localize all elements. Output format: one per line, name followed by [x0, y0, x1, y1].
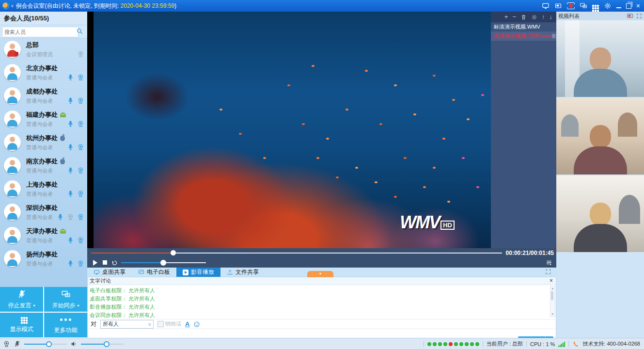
participant-row[interactable]: 杭州办事处 普通与会者 [0, 131, 87, 154]
playlist-add-icon[interactable]: + [504, 14, 508, 20]
player-controls [87, 258, 556, 268]
webcam-icon[interactable] [77, 213, 84, 221]
restore-button[interactable] [626, 3, 631, 9]
progress-handle[interactable] [171, 250, 176, 255]
playback-progress-bar[interactable]: 00:00:21/00:01:45 [87, 248, 556, 258]
settings-gear-icon[interactable] [604, 2, 612, 10]
webcam-icon[interactable] [77, 97, 84, 104]
mic-icon[interactable] [67, 143, 74, 151]
checkbox[interactable] [157, 321, 164, 327]
action-button-grid: 停止发言▾ 开始同步▾ 显示模式 更多功能 [0, 287, 87, 338]
mic-icon[interactable] [67, 260, 74, 267]
participant-row[interactable]: 成都办事处 普通与会者 [0, 84, 87, 108]
mic-icon[interactable] [67, 97, 74, 104]
mic-icon[interactable] [67, 167, 74, 174]
stop-button[interactable] [103, 260, 107, 265]
record-icon[interactable] [567, 2, 575, 9]
chat-close-icon[interactable]: × [550, 277, 553, 284]
recipient-select[interactable]: 所有人 ∨ [100, 320, 154, 329]
playlist-trash-icon[interactable] [520, 14, 527, 20]
scroll-up-icon[interactable]: ▲ [550, 286, 555, 291]
participant-row[interactable]: 总部 会议管理员 [0, 38, 87, 61]
webcam-icon[interactable] [77, 50, 84, 58]
replay-button[interactable] [111, 260, 118, 266]
webcam-icon[interactable] [77, 190, 84, 197]
remote-video-2[interactable] [556, 98, 644, 174]
close-button[interactable]: × [636, 2, 640, 9]
webcam-icon[interactable] [77, 237, 84, 244]
webcam-icon[interactable] [77, 260, 84, 267]
font-style-icon[interactable]: A [185, 320, 189, 328]
playlist-remove-icon[interactable]: − [512, 14, 516, 20]
webcam-status-icon[interactable] [3, 340, 10, 348]
avatar [4, 64, 21, 81]
participant-row[interactable]: 北京办事处 普通与会者 [0, 61, 87, 84]
participant-row[interactable]: 南京办事处 普通与会者 [0, 154, 87, 177]
webcam-icon[interactable] [77, 167, 84, 174]
playlist-item-selected[interactable]: 高清演示视频-720P.wmv 删除 [491, 32, 556, 41]
app-logo-icon [2, 2, 10, 10]
webcam-off-icon[interactable] [67, 213, 74, 221]
display-mode-button[interactable]: 显示模式 [0, 313, 43, 337]
webcam-icon[interactable] [77, 74, 84, 81]
remote-video-3[interactable] [556, 175, 644, 252]
video-playback-area[interactable]: WMVHD [94, 12, 491, 248]
remote-video-1[interactable] [556, 20, 644, 97]
chat-scrollbar[interactable]: ▲ ▼ [550, 286, 555, 317]
start-sync-button[interactable]: 开始同步▾ [44, 287, 87, 312]
speaker-volume-slider[interactable] [81, 341, 124, 347]
participant-row[interactable]: 上海办事处 普通与会者 [0, 177, 87, 201]
mic-icon[interactable] [67, 120, 74, 127]
move-up-icon[interactable]: ↑ [542, 14, 545, 20]
participants-sidebar: 参会人员(10/55) 总部 会议管理员 北京办事处 普通与会者 成都办事处 普 [0, 12, 87, 287]
delete-link[interactable]: 删除 [552, 32, 556, 41]
video-monitor-icon[interactable] [627, 13, 633, 19]
webcam-icon[interactable] [77, 120, 84, 127]
scroll-down-icon[interactable]: ▼ [550, 312, 555, 317]
mic-volume-slider[interactable] [24, 341, 67, 347]
participant-row[interactable]: 扬州办事处 普通与会者 [0, 247, 87, 270]
tab-desktop-share[interactable]: 桌面共享 [87, 268, 132, 277]
scrollbar-thumb[interactable] [551, 291, 553, 300]
participant-row[interactable]: 天津办事处 普通与会者 [0, 224, 87, 247]
logo-chevron-icon[interactable]: ∨ [11, 3, 14, 8]
search-icon[interactable] [76, 28, 83, 35]
network-sync-icon[interactable] [580, 2, 587, 10]
layout-grid-icon[interactable] [592, 5, 594, 7]
mic-icon[interactable] [67, 190, 74, 197]
slider-handle[interactable] [46, 341, 52, 347]
expand-stage-icon[interactable] [545, 268, 556, 275]
slider-handle[interactable] [104, 341, 110, 347]
participant-row[interactable]: 福建办事处 普通与会者 [0, 108, 87, 131]
expand-panel-icon[interactable] [636, 13, 642, 19]
stop-speaking-button[interactable]: 停止发言▾ [0, 287, 43, 312]
minimize-button[interactable] [616, 7, 621, 8]
tab-media-playback[interactable]: 影音播放 [176, 268, 220, 277]
volume-slider[interactable] [121, 260, 206, 266]
mic-icon[interactable] [67, 74, 74, 81]
ellipsis-icon [60, 318, 71, 321]
speaker-icon[interactable] [70, 340, 78, 348]
playlist-toggle-icon[interactable] [546, 259, 552, 266]
participant-row[interactable]: 深圳办事处 普通与会者 [0, 201, 87, 224]
screen-share-icon[interactable] [542, 2, 550, 10]
participant-name: 成都办事处 [26, 87, 58, 96]
volume-handle[interactable] [160, 260, 166, 266]
whisper-checkbox[interactable]: 悄悄话 [157, 320, 181, 328]
search-input[interactable] [2, 27, 79, 37]
tab-whiteboard[interactable]: 电子白板 [132, 268, 176, 277]
mic-icon[interactable] [57, 213, 64, 221]
participant-name: 总部 [26, 41, 39, 49]
playlist-item[interactable]: 标清演示视频.WMV [491, 22, 556, 32]
emoji-icon[interactable] [193, 321, 200, 328]
playlist-settings-icon[interactable] [531, 14, 537, 20]
webcam-icon[interactable] [77, 143, 84, 151]
tab-file-share[interactable]: 文件共享 [220, 268, 265, 277]
collapse-chat-handle[interactable]: ▾ [307, 271, 333, 277]
window-capture-icon[interactable] [554, 2, 562, 10]
mic-muted-icon[interactable] [14, 340, 21, 348]
more-features-button[interactable]: 更多功能 [44, 313, 87, 337]
play-button[interactable] [93, 260, 97, 266]
mic-icon[interactable] [67, 237, 74, 244]
move-down-icon[interactable]: ↓ [550, 14, 553, 20]
